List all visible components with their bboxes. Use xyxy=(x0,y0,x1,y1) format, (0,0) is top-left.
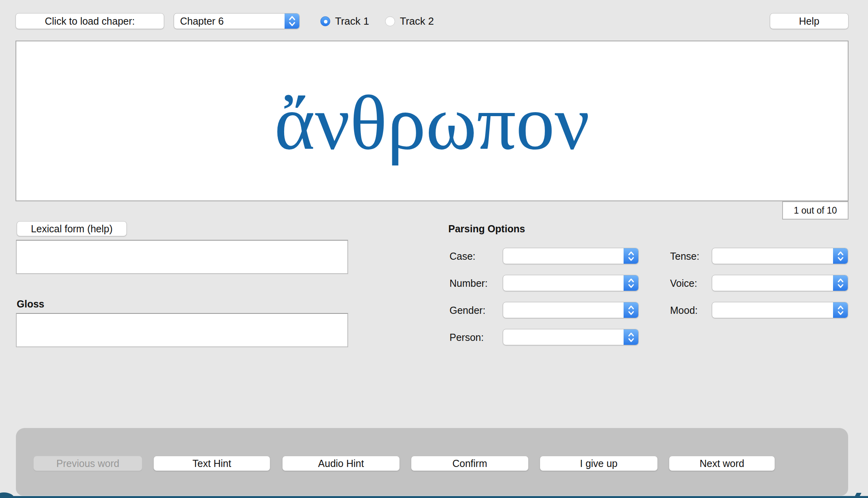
person-select[interactable] xyxy=(503,329,639,345)
track1-radio[interactable] xyxy=(320,16,330,26)
lexical-form-input[interactable] xyxy=(16,240,348,274)
stepper-up-down-icon xyxy=(285,14,299,29)
stepper-up-down-icon xyxy=(624,329,638,345)
stepper-up-down-icon xyxy=(833,302,848,318)
tense-label: Tense: xyxy=(670,251,699,262)
greek-word-display: ἄνθρωπον xyxy=(274,81,590,161)
case-label: Case: xyxy=(450,251,475,262)
i-give-up-button[interactable]: I give up xyxy=(540,456,658,471)
mood-label: Mood: xyxy=(670,305,698,316)
gloss-label: Gloss xyxy=(17,298,44,310)
text-hint-button[interactable]: Text Hint xyxy=(153,456,270,471)
background-window-edge xyxy=(0,496,868,498)
greek-parsing-app: Click to load chaper: Chapter 6 Track 1 … xyxy=(0,0,868,498)
stepper-up-down-icon xyxy=(833,248,848,264)
person-label: Person: xyxy=(450,332,484,343)
track2-radio[interactable] xyxy=(385,16,395,26)
gender-label: Gender: xyxy=(450,305,485,316)
number-select[interactable] xyxy=(503,275,639,291)
chapter-select[interactable]: Chapter 6 xyxy=(174,13,300,29)
track1-radio-label[interactable]: Track 1 xyxy=(335,15,369,27)
chapter-select-value: Chapter 6 xyxy=(174,16,285,27)
track2-radio-label[interactable]: Track 2 xyxy=(400,15,434,27)
parsing-options-title: Parsing Options xyxy=(448,223,525,235)
confirm-button[interactable]: Confirm xyxy=(411,456,529,471)
number-label: Number: xyxy=(450,278,488,289)
stepper-up-down-icon xyxy=(624,248,638,264)
voice-label: Voice: xyxy=(670,278,697,289)
mood-select[interactable] xyxy=(712,302,848,318)
gloss-input[interactable] xyxy=(16,313,348,347)
load-chapter-button[interactable]: Click to load chaper: xyxy=(15,13,164,29)
stepper-up-down-icon xyxy=(833,275,848,291)
stepper-up-down-icon xyxy=(624,275,638,291)
gender-select[interactable] xyxy=(503,302,639,318)
previous-word-button[interactable]: Previous word xyxy=(33,456,142,471)
lexical-form-help-button[interactable]: Lexical form (help) xyxy=(17,221,127,236)
help-button[interactable]: Help xyxy=(770,13,849,29)
stepper-up-down-icon xyxy=(624,302,638,318)
word-display-panel: ἄνθρωπον xyxy=(15,41,849,201)
tense-select[interactable] xyxy=(712,248,848,264)
voice-select[interactable] xyxy=(712,275,848,291)
next-word-button[interactable]: Next word xyxy=(669,456,775,471)
audio-hint-button[interactable]: Audio Hint xyxy=(282,456,400,471)
word-counter-badge: 1 out of 10 xyxy=(782,201,849,220)
case-select[interactable] xyxy=(503,248,639,264)
